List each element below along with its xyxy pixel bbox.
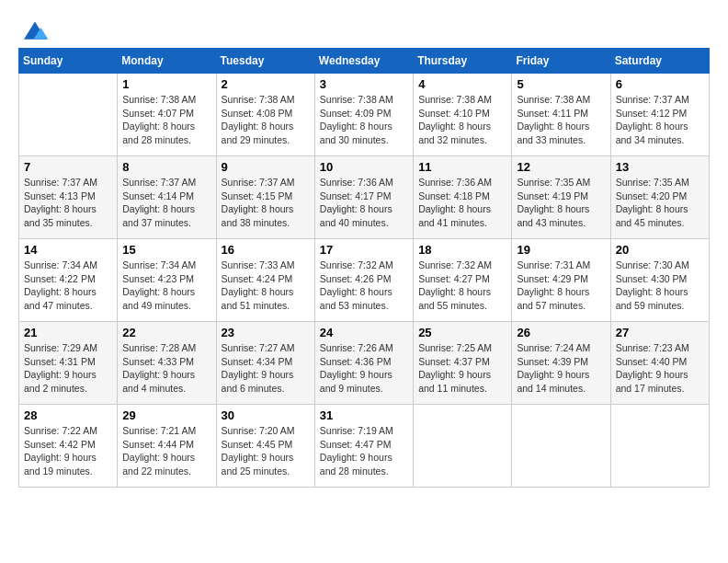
calendar-cell [19, 74, 118, 156]
calendar-cell: 17Sunrise: 7:32 AMSunset: 4:26 PMDayligh… [314, 239, 413, 322]
day-info: Sunrise: 7:22 AMSunset: 4:42 PMDaylight:… [24, 424, 112, 478]
header-tuesday: Tuesday [216, 49, 314, 74]
day-info: Sunrise: 7:34 AMSunset: 4:23 PMDaylight:… [122, 259, 210, 313]
logo-icon [20, 18, 50, 44]
day-info: Sunrise: 7:38 AMSunset: 4:10 PMDaylight:… [418, 93, 506, 147]
day-info: Sunrise: 7:24 AMSunset: 4:39 PMDaylight:… [517, 341, 605, 396]
day-number: 16 [222, 243, 310, 257]
day-info: Sunrise: 7:35 AMSunset: 4:20 PMDaylight:… [616, 176, 704, 230]
logo [18, 18, 50, 39]
header-friday: Friday [512, 49, 610, 74]
week-row-1: 7Sunrise: 7:37 AMSunset: 4:13 PMDaylight… [19, 156, 710, 239]
page-header [18, 18, 710, 39]
day-info: Sunrise: 7:36 AMSunset: 4:18 PMDaylight:… [418, 176, 506, 230]
calendar-cell: 10Sunrise: 7:36 AMSunset: 4:17 PMDayligh… [314, 156, 413, 239]
calendar-cell: 15Sunrise: 7:34 AMSunset: 4:23 PMDayligh… [118, 239, 216, 322]
day-number: 28 [24, 408, 112, 422]
header-monday: Monday [118, 49, 216, 74]
day-info: Sunrise: 7:38 AMSunset: 4:07 PMDaylight:… [122, 93, 210, 147]
day-info: Sunrise: 7:26 AMSunset: 4:36 PMDaylight:… [320, 341, 408, 396]
calendar-cell: 31Sunrise: 7:19 AMSunset: 4:47 PMDayligh… [314, 405, 413, 488]
calendar-cell: 16Sunrise: 7:33 AMSunset: 4:24 PMDayligh… [216, 239, 314, 322]
day-info: Sunrise: 7:37 AMSunset: 4:14 PMDaylight:… [122, 176, 210, 230]
calendar-body: 1Sunrise: 7:38 AMSunset: 4:07 PMDaylight… [19, 74, 710, 488]
day-info: Sunrise: 7:36 AMSunset: 4:17 PMDaylight:… [320, 176, 408, 230]
calendar-table: SundayMondayTuesdayWednesdayThursdayFrid… [18, 48, 710, 488]
day-info: Sunrise: 7:28 AMSunset: 4:33 PMDaylight:… [122, 341, 210, 396]
day-number: 2 [222, 77, 310, 91]
calendar-cell: 27Sunrise: 7:23 AMSunset: 4:40 PMDayligh… [610, 322, 709, 405]
day-info: Sunrise: 7:33 AMSunset: 4:24 PMDaylight:… [222, 259, 310, 313]
day-info: Sunrise: 7:23 AMSunset: 4:40 PMDaylight:… [616, 341, 704, 396]
day-number: 10 [320, 160, 408, 174]
day-number: 17 [320, 243, 408, 257]
day-number: 23 [222, 326, 310, 339]
calendar-cell: 5Sunrise: 7:38 AMSunset: 4:11 PMDaylight… [512, 74, 610, 156]
day-number: 31 [320, 408, 408, 422]
day-info: Sunrise: 7:30 AMSunset: 4:30 PMDaylight:… [616, 259, 704, 313]
day-number: 18 [418, 243, 506, 257]
header-saturday: Saturday [610, 49, 709, 74]
day-number: 14 [24, 243, 112, 257]
day-number: 3 [320, 77, 408, 91]
calendar-cell: 23Sunrise: 7:27 AMSunset: 4:34 PMDayligh… [216, 322, 314, 405]
day-info: Sunrise: 7:37 AMSunset: 4:12 PMDaylight:… [616, 93, 704, 147]
calendar-cell: 8Sunrise: 7:37 AMSunset: 4:14 PMDaylight… [118, 156, 216, 239]
day-number: 29 [122, 408, 210, 422]
day-info: Sunrise: 7:20 AMSunset: 4:45 PMDaylight:… [222, 424, 310, 478]
calendar-cell: 11Sunrise: 7:36 AMSunset: 4:18 PMDayligh… [414, 156, 512, 239]
calendar-cell: 20Sunrise: 7:30 AMSunset: 4:30 PMDayligh… [610, 239, 709, 322]
day-number: 25 [418, 326, 506, 339]
calendar-cell: 9Sunrise: 7:37 AMSunset: 4:15 PMDaylight… [216, 156, 314, 239]
header-sunday: Sunday [19, 49, 118, 74]
day-number: 20 [616, 243, 704, 257]
calendar-cell [512, 405, 610, 488]
day-number: 6 [616, 77, 704, 91]
day-number: 24 [320, 326, 408, 339]
header-wednesday: Wednesday [314, 49, 413, 74]
week-row-4: 28Sunrise: 7:22 AMSunset: 4:42 PMDayligh… [19, 405, 710, 488]
day-number: 9 [222, 160, 310, 174]
day-number: 12 [517, 160, 605, 174]
day-info: Sunrise: 7:35 AMSunset: 4:19 PMDaylight:… [517, 176, 605, 230]
calendar-cell: 22Sunrise: 7:28 AMSunset: 4:33 PMDayligh… [118, 322, 216, 405]
calendar-cell: 12Sunrise: 7:35 AMSunset: 4:19 PMDayligh… [512, 156, 610, 239]
calendar-cell: 24Sunrise: 7:26 AMSunset: 4:36 PMDayligh… [314, 322, 413, 405]
day-number: 1 [122, 77, 210, 91]
calendar-cell: 3Sunrise: 7:38 AMSunset: 4:09 PMDaylight… [314, 74, 413, 156]
calendar-cell: 19Sunrise: 7:31 AMSunset: 4:29 PMDayligh… [512, 239, 610, 322]
day-info: Sunrise: 7:32 AMSunset: 4:27 PMDaylight:… [418, 259, 506, 313]
week-row-3: 21Sunrise: 7:29 AMSunset: 4:31 PMDayligh… [19, 322, 710, 405]
day-number: 26 [517, 326, 605, 339]
day-info: Sunrise: 7:37 AMSunset: 4:15 PMDaylight:… [222, 176, 310, 230]
calendar-cell: 28Sunrise: 7:22 AMSunset: 4:42 PMDayligh… [19, 405, 118, 488]
day-info: Sunrise: 7:34 AMSunset: 4:22 PMDaylight:… [24, 259, 112, 313]
day-number: 21 [24, 326, 112, 339]
calendar-cell: 25Sunrise: 7:25 AMSunset: 4:37 PMDayligh… [414, 322, 512, 405]
day-info: Sunrise: 7:25 AMSunset: 4:37 PMDaylight:… [418, 341, 506, 396]
calendar-cell: 30Sunrise: 7:20 AMSunset: 4:45 PMDayligh… [216, 405, 314, 488]
calendar-header-row: SundayMondayTuesdayWednesdayThursdayFrid… [19, 49, 710, 74]
calendar-cell: 6Sunrise: 7:37 AMSunset: 4:12 PMDaylight… [610, 74, 709, 156]
day-info: Sunrise: 7:21 AMSunset: 4:44 PMDaylight:… [122, 424, 210, 478]
calendar-cell: 26Sunrise: 7:24 AMSunset: 4:39 PMDayligh… [512, 322, 610, 405]
day-number: 11 [418, 160, 506, 174]
day-info: Sunrise: 7:37 AMSunset: 4:13 PMDaylight:… [24, 176, 112, 230]
week-row-0: 1Sunrise: 7:38 AMSunset: 4:07 PMDaylight… [19, 74, 710, 156]
header-thursday: Thursday [414, 49, 512, 74]
calendar-cell: 4Sunrise: 7:38 AMSunset: 4:10 PMDaylight… [414, 74, 512, 156]
day-number: 27 [616, 326, 704, 339]
calendar-cell: 14Sunrise: 7:34 AMSunset: 4:22 PMDayligh… [19, 239, 118, 322]
day-info: Sunrise: 7:27 AMSunset: 4:34 PMDaylight:… [222, 341, 310, 396]
day-number: 13 [616, 160, 704, 174]
calendar-cell: 7Sunrise: 7:37 AMSunset: 4:13 PMDaylight… [19, 156, 118, 239]
day-number: 15 [122, 243, 210, 257]
day-number: 7 [24, 160, 112, 174]
calendar-cell: 13Sunrise: 7:35 AMSunset: 4:20 PMDayligh… [610, 156, 709, 239]
day-info: Sunrise: 7:32 AMSunset: 4:26 PMDaylight:… [320, 259, 408, 313]
calendar-cell: 29Sunrise: 7:21 AMSunset: 4:44 PMDayligh… [118, 405, 216, 488]
day-info: Sunrise: 7:38 AMSunset: 4:11 PMDaylight:… [517, 93, 605, 147]
day-number: 4 [418, 77, 506, 91]
calendar-cell: 2Sunrise: 7:38 AMSunset: 4:08 PMDaylight… [216, 74, 314, 156]
calendar-cell [414, 405, 512, 488]
